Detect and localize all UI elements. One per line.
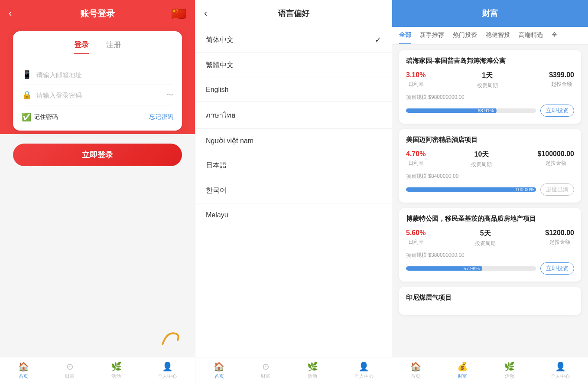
lang-item-2[interactable]: English: [195, 78, 392, 102]
wealth-nav-wealth[interactable]: 💰 财富: [457, 361, 468, 380]
lang-item-1[interactable]: 繁體中文: [195, 53, 392, 78]
lang-nav-home[interactable]: 🏠 首页: [214, 361, 224, 380]
nav-activity[interactable]: 🌿 活动: [111, 361, 122, 380]
email-input[interactable]: [36, 71, 173, 79]
language-title: 语言偏好: [278, 8, 309, 19]
invest-card-0: 碧海家园-泰国普吉岛邦涛海滩公寓 3.10% 日利率 1天 投资周期 $399.…: [399, 50, 581, 124]
remember-row: ✅ 记住密码 忘记密码: [22, 112, 173, 122]
stat-period-2: 5天 投资周期: [475, 229, 496, 247]
stat-amount-0: $399.00 起投金额: [549, 71, 574, 89]
lang-nav-wealth[interactable]: ⊙ 财富: [261, 361, 270, 380]
wealth-tab-2[interactable]: 热门投资: [453, 31, 477, 44]
stat-rate-value-2: 5.60%: [406, 229, 426, 237]
nav-home-label: 首页: [19, 373, 28, 380]
stat-period-value-2: 5天: [480, 229, 491, 238]
invest-card-title-0: 碧海家园-泰国普吉岛邦涛海滩公寓: [406, 57, 574, 65]
tab-login[interactable]: 登录: [74, 40, 89, 54]
wealth-home-icon: 🏠: [410, 361, 421, 372]
stat-amount-label-2: 起投金额: [549, 239, 570, 246]
lang-nav-activity-label: 活动: [308, 373, 317, 380]
stat-amount-2: $1200.00 起投金额: [545, 229, 574, 247]
decoration: [158, 327, 180, 350]
wealth-nav-home[interactable]: 🏠 首页: [410, 361, 421, 380]
lang-item-4[interactable]: Người việt nam: [195, 129, 392, 153]
password-input-row: 🔒 〜: [22, 85, 173, 105]
wealth-content: 碧海家园-泰国普吉岛邦涛海滩公寓 3.10% 日利率 1天 投资周期 $399.…: [392, 45, 588, 357]
stat-rate-0: 3.10% 日利率: [406, 71, 426, 89]
wealth-tab-5[interactable]: 全: [552, 31, 558, 44]
stat-rate-value-1: 4.70%: [406, 150, 426, 158]
stat-rate-1: 4.70% 日利率: [406, 150, 426, 168]
wealth-nav-profile-label: 个人中心: [551, 373, 570, 380]
stat-period-1: 10天 投资周期: [471, 150, 492, 168]
check-icon: ✅: [22, 112, 31, 122]
lang-item-5[interactable]: 日本語: [195, 153, 392, 178]
lang-name-7: Melayu: [206, 211, 228, 219]
invest-card-2: 博蒙特公园，移民圣基茨的高品质房地产项目 5.60% 日利率 5天 投资周期 $…: [399, 208, 581, 282]
nav-home[interactable]: 🏠 首页: [18, 361, 29, 380]
stat-period-label-0: 投资周期: [477, 82, 498, 89]
progress-row-0: 68.91% 立即投资: [406, 105, 574, 117]
lang-check-icon-0: ✓: [375, 35, 381, 45]
password-input[interactable]: [36, 92, 162, 99]
wealth-nav-activity[interactable]: 🌿 活动: [504, 361, 515, 380]
eye-icon[interactable]: 〜: [166, 91, 173, 100]
stat-rate-value-0: 3.10%: [406, 71, 426, 79]
lang-nav-home-label: 首页: [214, 373, 224, 380]
wealth-profile-icon: 👤: [555, 361, 566, 372]
stat-period-label-2: 投资周期: [475, 240, 496, 247]
stat-rate-label-1: 日利率: [408, 160, 424, 167]
lang-item-0[interactable]: 简体中文 ✓: [195, 27, 392, 53]
stat-amount-value-1: $100000.00: [537, 150, 574, 158]
bottom-nav-language: 🏠 首页 ⊙ 财富 🌿 活动 👤 个人中心: [195, 357, 392, 383]
phone-icon: 📱: [22, 70, 32, 79]
invest-btn-2[interactable]: 立即投资: [540, 262, 574, 275]
lang-item-6[interactable]: 한국어: [195, 178, 392, 203]
wealth-tab-1[interactable]: 新手推荐: [420, 31, 444, 44]
wealth-tabs: 全部新手推荐热门投资稳健智投高端精选全: [392, 27, 588, 45]
lang-nav-profile-label: 个人中心: [354, 373, 374, 380]
flag-icon: 🇨🇳: [171, 7, 186, 21]
wealth-nav-profile[interactable]: 👤 个人中心: [551, 361, 570, 380]
tab-register[interactable]: 注册: [106, 40, 121, 54]
profile-icon: 👤: [162, 361, 173, 372]
stat-amount-label-0: 起投金额: [551, 81, 572, 88]
invest-stats-2: 5.60% 日利率 5天 投资周期 $1200.00 起投金额: [406, 229, 574, 247]
login-panel: ‹ 账号登录 🇨🇳 登录 注册 📱 🔒 〜 ✅ 记住密码 忘记密码 立即登录: [0, 0, 195, 383]
stat-rate-label-0: 日利率: [408, 81, 424, 88]
progress-row-1: 100.00% 进度已满: [406, 183, 574, 196]
stat-rate-2: 5.60% 日利率: [406, 229, 426, 247]
forgot-link[interactable]: 忘记密码: [149, 113, 173, 121]
email-input-row: 📱: [22, 65, 173, 85]
wealth-tab-3[interactable]: 稳健智投: [486, 31, 510, 44]
stat-amount-label-1: 起投金额: [546, 160, 566, 167]
nav-wealth[interactable]: ⊙ 财富: [65, 361, 75, 380]
stat-rate-label-2: 日利率: [408, 239, 424, 246]
lang-item-3[interactable]: ภาษาไทย: [195, 102, 392, 129]
nav-activity-label: 活动: [111, 373, 121, 380]
stat-period-value-0: 1天: [482, 71, 493, 80]
lang-nav-profile[interactable]: 👤 个人中心: [354, 361, 374, 380]
lang-nav-activity[interactable]: 🌿 活动: [307, 361, 318, 380]
language-panel: ‹ 语言偏好 简体中文 ✓繁體中文 English ภาษาไทย Người …: [195, 0, 392, 383]
invest-scale-0: 项目规模 $980000000.00: [406, 94, 574, 101]
lang-profile-icon: 👤: [358, 361, 369, 372]
progress-label-2: 57.98%: [461, 266, 482, 271]
nav-profile[interactable]: 👤 个人中心: [158, 361, 177, 380]
language-list: 简体中文 ✓繁體中文 English ภาษาไทย Người việt na…: [195, 27, 392, 357]
login-button[interactable]: 立即登录: [13, 144, 182, 166]
wealth-tab-0[interactable]: 全部: [399, 31, 411, 44]
wealth-tab-4[interactable]: 高端精选: [519, 31, 543, 44]
progress-bar-wrap-2: 57.98%: [406, 266, 536, 271]
lang-activity-icon: 🌿: [307, 361, 318, 372]
lang-back-icon[interactable]: ‹: [204, 8, 207, 19]
bottom-nav-wealth: 🏠 首页 💰 财富 🌿 活动 👤 个人中心: [392, 357, 588, 383]
invest-btn-0[interactable]: 立即投资: [540, 105, 574, 117]
back-icon[interactable]: ‹: [9, 8, 12, 19]
home-icon: 🏠: [18, 361, 29, 372]
invest-scale-1: 项目规模 $8400000.00: [406, 173, 574, 180]
lang-item-7[interactable]: Melayu: [195, 203, 392, 227]
invest-card-1: 美国迈阿密精品酒店项目 4.70% 日利率 10天 投资周期 $100000.0…: [399, 129, 581, 203]
lang-name-2: English: [206, 86, 228, 94]
wealth-title: 财富: [482, 9, 498, 18]
